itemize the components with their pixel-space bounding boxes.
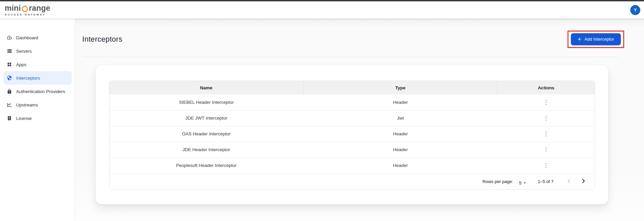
row-actions-menu-button[interactable]: ⋮	[540, 161, 551, 170]
sidebar-item-dashboard[interactable]: Dashboard	[3, 31, 72, 44]
rows-per-page-label: Rows per page:	[483, 179, 513, 184]
row-actions-menu-button[interactable]: ⋮	[540, 145, 551, 154]
interceptor-name-cell: JDE Header Interceptor	[109, 142, 303, 158]
top-bar: mini range ACCESS GATEWAY Y	[0, 1, 644, 18]
brand-text-mini: mini	[5, 4, 21, 12]
table-row: JDE Header InterceptorHeader⋮	[109, 142, 595, 158]
table-row: JDE JWT InterceptorJwt⋮	[109, 110, 595, 126]
rows-per-page-value: 5	[519, 180, 522, 185]
kebab-icon: ⋮	[543, 115, 549, 121]
annotation-highlight: + Add Interceptor	[567, 31, 624, 48]
interceptor-type-cell: Header	[303, 142, 497, 158]
row-actions-menu-button[interactable]: ⋮	[540, 98, 551, 106]
sidebar-item-authentication-providers[interactable]: Authentication Providers	[3, 85, 72, 98]
row-actions-menu-button[interactable]: ⋮	[540, 130, 551, 138]
apps-icon	[7, 62, 12, 67]
table-row: Peoplesoft Header InterceptorHeader⋮	[109, 158, 595, 173]
interceptor-name-cell: SIEBEL Header Interceptor	[109, 94, 303, 110]
interceptor-actions-cell: ⋮	[497, 94, 594, 110]
interceptor-name-cell: JDE JWT Interceptor	[109, 110, 303, 126]
lock-icon	[7, 89, 12, 94]
sidebar-item-label: Apps	[16, 62, 27, 67]
dropdown-arrow-icon: ▾	[524, 181, 526, 185]
column-header-actions: Actions	[497, 81, 594, 94]
interceptor-name-cell: Peoplesoft Header Interceptor	[109, 158, 303, 173]
chevron-right-icon	[582, 179, 585, 184]
sidebar-item-license[interactable]: License	[3, 112, 72, 125]
sidebar-item-label: Servers	[16, 49, 32, 54]
kebab-icon: ⋮	[543, 131, 549, 137]
interceptor-type-cell: Header	[303, 94, 497, 110]
pagination-range-label: 1–5 of 7	[538, 179, 554, 184]
sidebar-item-label: License	[16, 116, 32, 121]
pagination: Rows per page: 5 ▾ 1–5 of 7	[109, 174, 595, 189]
dashboard-icon	[7, 35, 12, 40]
table-row: OAS Header InterceptorHeader⋮	[109, 126, 595, 142]
interceptor-type-cell: Jwt	[303, 110, 497, 126]
chart-icon	[7, 102, 12, 107]
sidebar-item-upstreams[interactable]: Upstreams	[3, 98, 72, 112]
brand-wordmark: mini range	[5, 4, 50, 12]
license-icon	[7, 116, 12, 121]
sidebar-item-label: Interceptors	[16, 76, 40, 81]
interceptor-type-cell: Header	[303, 126, 497, 142]
title-divider	[82, 57, 618, 57]
previous-page-button[interactable]	[564, 177, 574, 186]
user-avatar[interactable]: Y	[630, 5, 640, 15]
orange-ring-leaf-icon	[21, 5, 29, 12]
servers-icon	[7, 48, 12, 54]
row-actions-menu-button[interactable]: ⋮	[540, 114, 551, 122]
sidebar-item-label: Authentication Providers	[16, 89, 65, 94]
kebab-icon: ⋮	[543, 162, 549, 169]
brand-text-range: range	[29, 4, 50, 12]
interceptor-type-cell: Header	[303, 158, 497, 173]
brand-subtitle: ACCESS GATEWAY	[5, 13, 50, 16]
table-header-row: NameTypeActions	[109, 81, 595, 94]
app-root: mini range ACCESS GATEWAY Y DashboardSer…	[0, 0, 644, 221]
interceptor-actions-cell: ⋮	[497, 158, 594, 173]
interceptor-actions-cell: ⋮	[497, 142, 594, 158]
kebab-icon: ⋮	[543, 99, 549, 105]
table-row: SIEBEL Header InterceptorHeader⋮	[109, 94, 595, 110]
main-content: Interceptors + Add Interceptor NameTypeA…	[75, 18, 644, 221]
shield-icon	[7, 75, 12, 81]
page-header-row: Interceptors + Add Interceptor	[82, 31, 624, 48]
sidebar-item-label: Dashboard	[16, 35, 38, 40]
sidebar-item-interceptors[interactable]: Interceptors	[3, 71, 72, 85]
plus-icon: +	[578, 36, 581, 42]
column-header-name: Name	[109, 81, 303, 94]
add-interceptor-button[interactable]: + Add Interceptor	[571, 33, 621, 45]
page-title: Interceptors	[82, 35, 122, 44]
sidebar-item-apps[interactable]: Apps	[3, 58, 72, 71]
rows-per-page-select[interactable]: 5 ▾	[519, 180, 526, 185]
interceptor-actions-cell: ⋮	[497, 126, 594, 142]
interceptors-table: NameTypeActions SIEBEL Header Intercepto…	[109, 81, 595, 190]
add-interceptor-label: Add Interceptor	[585, 37, 614, 42]
sidebar: DashboardServersAppsInterceptorsAuthenti…	[0, 18, 75, 221]
interceptors-card: NameTypeActions SIEBEL Header Intercepto…	[96, 65, 608, 204]
interceptor-name-cell: OAS Header Interceptor	[109, 126, 303, 142]
sidebar-item-label: Upstreams	[16, 102, 38, 107]
kebab-icon: ⋮	[543, 146, 549, 153]
sidebar-item-servers[interactable]: Servers	[3, 44, 72, 58]
interceptor-actions-cell: ⋮	[497, 110, 594, 126]
column-header-type: Type	[303, 81, 497, 94]
brand-logo: mini range ACCESS GATEWAY	[5, 4, 50, 16]
next-page-button[interactable]	[579, 177, 589, 186]
chevron-left-icon	[567, 179, 571, 184]
